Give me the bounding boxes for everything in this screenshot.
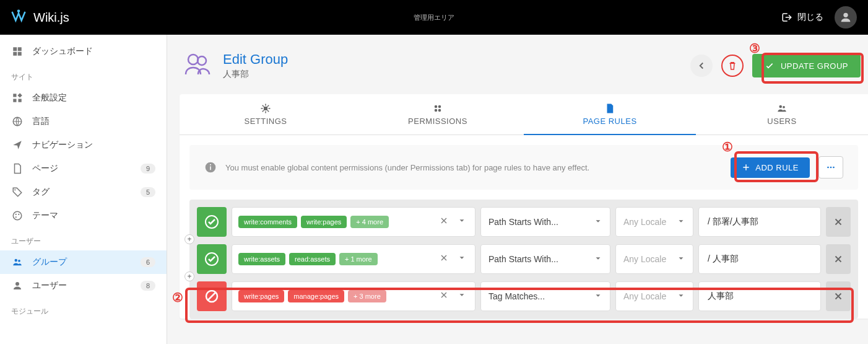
match-value: Tag Matches... [488,291,545,301]
more-options-button[interactable] [818,156,843,179]
permission-chip: read:assets [289,253,336,265]
permissions-select[interactable]: write:pages manage:pages + 3 more [232,281,475,311]
chevron-down-icon [594,254,602,265]
path-value: 人事部 [708,291,734,302]
svg-point-27 [783,106,785,108]
sidebar-item-users[interactable]: ユーザー 8 [0,274,167,298]
rule-mode-allow[interactable] [197,244,227,274]
locale-value: Any Locale [623,217,666,227]
clear-icon[interactable] [436,288,451,305]
rule-mode-deny[interactable] [197,281,227,311]
sidebar-item-locale[interactable]: 言語 [0,110,167,133]
delete-rule-button[interactable] [826,281,851,311]
users-tab-icon [776,103,788,114]
tab-users[interactable]: USERS [696,94,868,135]
tab-settings[interactable]: SETTINGS [180,94,352,135]
match-type-select[interactable]: Tag Matches... [480,281,610,311]
add-rule-button[interactable]: ADD RULE [731,157,810,178]
sidebar-item-groups[interactable]: グループ 6 [0,250,167,274]
add-rule-label: ADD RULE [755,163,799,172]
permission-more-chip: + 1 more [339,253,378,265]
match-type-select[interactable]: Path Starts With... [480,207,610,237]
sidebar-item-label: タグ [32,187,50,198]
delete-rule-button[interactable] [826,207,851,237]
close-label: 閉じる [797,12,823,23]
svg-point-14 [18,214,19,215]
rule-connector[interactable]: + [184,271,194,281]
path-input[interactable]: 人事部 [698,281,821,311]
delete-rule-button[interactable] [826,244,851,274]
users-count-badge: 8 [141,281,155,291]
rule-row: write:assets read:assets + 1 more Path S… [197,244,851,274]
svg-point-22 [435,105,438,108]
svg-point-26 [779,105,783,108]
permission-chip: write:pages [301,216,347,228]
sidebar-item-navigation[interactable]: ナビゲーション [0,133,167,157]
sidebar-item-label: ユーザー [32,280,67,291]
rule-mode-allow[interactable] [197,207,227,237]
widgets-icon [11,92,24,104]
locale-select[interactable]: Any Locale [615,207,693,237]
block-icon [204,289,219,304]
path-input[interactable]: / 部署/人事部 [698,207,821,237]
topbar: Wiki.js 管理用エリア 閉じる [0,0,868,35]
path-input[interactable]: / 人事部 [698,244,821,274]
update-group-button[interactable]: UPDATE GROUP [752,54,861,77]
locale-value: Any Locale [623,291,666,301]
back-button[interactable] [690,55,713,77]
locale-select[interactable]: Any Locale [615,244,693,274]
globe-icon [11,116,24,127]
locale-select[interactable]: Any Locale [615,281,693,311]
check-icon [765,61,775,71]
permission-chip: write:assets [238,253,285,265]
sidebar-section-site: サイト [0,63,167,86]
sidebar-item-label: 全般設定 [32,92,67,104]
exit-icon [781,12,792,23]
rule-row: write:pages manage:pages + 3 more Tag Ma… [197,281,851,311]
tabs: SETTINGS PERMISSIONS PAGE RULES USERS [180,94,868,135]
info-bar: You must enable global content permissio… [189,145,858,190]
permission-chip: write:pages [238,290,284,302]
svg-point-17 [18,260,20,262]
check-circle-icon [204,214,219,229]
rule-connector[interactable]: + [184,234,194,244]
svg-rect-3 [18,47,22,51]
clear-icon[interactable] [436,250,451,268]
close-button[interactable]: 閉じる [781,12,823,23]
dashboard-icon [11,46,24,57]
svg-point-20 [197,56,206,65]
chevron-down-icon [677,217,685,227]
logo[interactable]: Wiki.js [0,7,69,27]
clear-icon[interactable] [436,213,451,231]
sidebar-item-pages[interactable]: ページ 9 [0,157,167,180]
sidebar-item-general[interactable]: 全般設定 [0,86,167,110]
user-icon [839,11,853,24]
rule-row: write:comments write:pages + 4 more Path… [197,207,851,237]
permissions-select[interactable]: write:assets read:assets + 1 more [232,244,475,274]
page-rules-icon [604,103,615,114]
svg-point-11 [14,189,15,190]
delete-group-button[interactable] [721,55,744,77]
sidebar-item-dashboard[interactable]: ダッシュボード [0,40,167,63]
sidebar-item-tags[interactable]: タグ 5 [0,180,167,204]
tab-label: PERMISSIONS [408,117,467,126]
page-subtitle: 人事部 [223,69,288,80]
locale-value: Any Locale [623,254,666,264]
chevron-down-icon[interactable] [455,214,469,230]
svg-point-30 [210,164,211,165]
permission-chip: write:comments [238,216,297,228]
svg-point-19 [188,55,198,64]
tab-permissions[interactable]: PERMISSIONS [352,94,524,135]
permissions-select[interactable]: write:comments write:pages + 4 more [232,207,475,237]
dots-icon [825,162,836,173]
match-type-select[interactable]: Path Starts With... [480,244,610,274]
tags-count-badge: 5 [141,187,155,197]
trash-icon [727,60,738,71]
chevron-down-icon[interactable] [455,251,469,267]
avatar[interactable] [835,6,857,29]
chevron-down-icon[interactable] [455,288,469,304]
sidebar-item-theme[interactable]: テーマ [0,204,167,227]
tab-page-rules[interactable]: PAGE RULES [524,94,696,135]
svg-rect-5 [18,52,22,56]
svg-rect-7 [17,93,22,97]
